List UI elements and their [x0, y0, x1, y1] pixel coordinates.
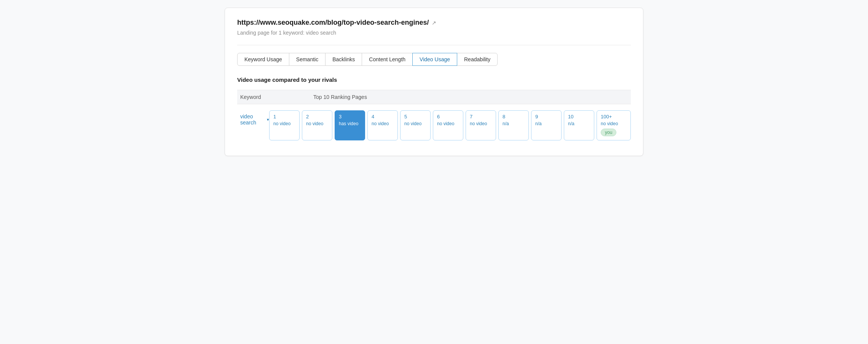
- keyword-link[interactable]: video search ▾: [240, 113, 269, 126]
- rank-card-8[interactable]: 8 n/a: [498, 110, 529, 140]
- page-url[interactable]: https://www.seoquake.com/blog/top-video-…: [237, 19, 429, 27]
- rank-status-8: n/a: [503, 121, 509, 126]
- tab-backlinks[interactable]: Backlinks: [325, 53, 362, 66]
- external-link-icon[interactable]: ↗: [432, 20, 436, 26]
- rank-num-3: 3: [339, 114, 341, 119]
- rank-status-9: n/a: [535, 121, 542, 126]
- tab-readability[interactable]: Readability: [457, 53, 498, 66]
- col-keyword-header: Keyword: [237, 94, 313, 100]
- tab-keyword-usage[interactable]: Keyword Usage: [237, 53, 289, 66]
- rank-num-7: 7: [470, 114, 472, 119]
- tab-bar: Keyword Usage Semantic Backlinks Content…: [237, 53, 631, 66]
- rank-card-6[interactable]: 6 no video: [433, 110, 463, 140]
- rank-card-9[interactable]: 9 n/a: [531, 110, 562, 140]
- col-pages-header: Top 10 Ranking Pages: [313, 94, 631, 100]
- rank-card-100plus[interactable]: 100+ no video you: [597, 110, 631, 140]
- rank-num-5: 5: [404, 114, 407, 119]
- page-subtitle: Landing page for 1 keyword: video search: [237, 30, 631, 36]
- rank-num-10: 10: [568, 114, 573, 119]
- rank-status-5: no video: [404, 121, 421, 126]
- tab-content-length[interactable]: Content Length: [362, 53, 413, 66]
- main-card: https://www.seoquake.com/blog/top-video-…: [225, 8, 643, 156]
- rank-card-2[interactable]: 2 no video: [302, 110, 332, 140]
- you-badge: you: [601, 129, 616, 136]
- rank-status-1: no video: [273, 121, 290, 126]
- rank-status-2: no video: [306, 121, 323, 126]
- rank-num-9: 9: [535, 114, 538, 119]
- keyword-row: video search ▾ 1 no video 2 no video 3 h…: [237, 110, 631, 140]
- keyword-text: video search: [240, 113, 265, 126]
- rank-num-2: 2: [306, 114, 309, 119]
- rank-num-1: 1: [273, 114, 276, 119]
- rank-card-10[interactable]: 10 n/a: [564, 110, 594, 140]
- rank-status-6: no video: [437, 121, 454, 126]
- rank-status-7: no video: [470, 121, 487, 126]
- rank-status-4: no video: [372, 121, 389, 126]
- rank-status-10: n/a: [568, 121, 574, 126]
- tab-video-usage[interactable]: Video Usage: [412, 53, 457, 66]
- table-header: Keyword Top 10 Ranking Pages: [237, 90, 631, 104]
- rank-card-5[interactable]: 5 no video: [400, 110, 431, 140]
- url-row: https://www.seoquake.com/blog/top-video-…: [237, 19, 631, 27]
- rank-card-7[interactable]: 7 no video: [466, 110, 496, 140]
- tab-semantic[interactable]: Semantic: [289, 53, 326, 66]
- rank-num-4: 4: [372, 114, 374, 119]
- section-title: Video usage compared to your rivals: [237, 76, 631, 83]
- rank-status-3: has video: [339, 121, 358, 126]
- rank-card-4[interactable]: 4 no video: [367, 110, 398, 140]
- rank-card-3[interactable]: 3 has video: [335, 110, 365, 140]
- ranking-cards: 1 no video 2 no video 3 has video 4 no v…: [269, 110, 631, 140]
- rank-num-100plus: 100+: [601, 114, 612, 119]
- divider: [237, 45, 631, 45]
- rank-card-1[interactable]: 1 no video: [269, 110, 300, 140]
- rank-num-6: 6: [437, 114, 440, 119]
- rank-num-8: 8: [503, 114, 505, 119]
- keyword-cell: video search ▾: [237, 110, 269, 126]
- rank-status-100plus: no video: [601, 121, 618, 126]
